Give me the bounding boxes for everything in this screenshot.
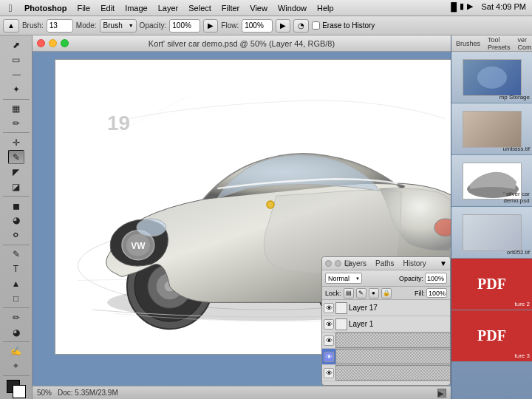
panel-item-5[interactable]: PDF ture 3 xyxy=(451,310,532,362)
menu-select[interactable]: Select xyxy=(183,2,216,14)
panel-thumb-3 xyxy=(463,214,522,251)
layers-tab-paths[interactable]: Paths xyxy=(371,259,399,268)
lasso-tool-btn[interactable]: ⸻ xyxy=(8,68,24,82)
menu-edit[interactable]: Edit xyxy=(95,2,120,14)
menu-filter[interactable]: Filter xyxy=(216,2,245,14)
blend-mode-dropdown[interactable]: Normal xyxy=(325,273,362,284)
panel-item-2[interactable]: ' silver cardemo.psd xyxy=(451,155,532,207)
crop-tool-btn[interactable]: ▦ xyxy=(8,102,24,116)
system-icons: █ ▮ ▶ xyxy=(451,1,473,11)
lock-all-btn[interactable]: 🔒 xyxy=(381,288,392,299)
lock-image-btn[interactable]: ✎ xyxy=(356,288,366,299)
battery-icon: ▮ xyxy=(460,1,464,11)
layer-row-0[interactable]: 👁 Layer 17 xyxy=(322,300,450,316)
mode-dropdown[interactable]: Brush xyxy=(100,19,137,33)
layer-row-4[interactable]: 👁 Layer 43 xyxy=(322,365,450,381)
brushes-bar: Brushes Tool Presets ver Comps xyxy=(451,35,532,52)
gradient-tool-btn[interactable]: ◼ xyxy=(8,199,24,213)
minimize-button[interactable] xyxy=(49,39,57,47)
ps-main: ⬈ ▭ ⸻ ✦ ▦ ✏ ✛ ✎ ◤ ◪ ◼ ◕ ⭘ ✎ T ▲ □ ✏ ◕ ✍ … xyxy=(0,35,532,399)
clone-tool-btn[interactable]: ◤ xyxy=(8,165,24,179)
tool-divider-2 xyxy=(3,132,30,133)
pdf-icon-4: PDF xyxy=(477,276,506,293)
wifi-icon: █ xyxy=(451,2,457,11)
panel-item-0[interactable]: mp Storage xyxy=(451,52,532,103)
menu-layer[interactable]: Layer xyxy=(153,2,184,14)
apple-menu[interactable]:  xyxy=(3,0,18,16)
progress-arrow[interactable]: ▶ xyxy=(437,389,446,398)
flow-input[interactable]: 100% xyxy=(242,19,273,33)
flow-label: Flow: xyxy=(221,21,239,30)
erase-history-input[interactable] xyxy=(312,21,320,30)
path-selection-btn[interactable]: ▲ xyxy=(8,277,24,291)
type-tool-btn[interactable]: T xyxy=(8,262,24,276)
dodge-tool-btn[interactable]: ⭘ xyxy=(8,228,24,242)
layer-thumb-1 xyxy=(335,318,347,330)
maximize-button[interactable] xyxy=(61,39,69,47)
menu-view[interactable]: View xyxy=(245,2,273,14)
erase-history-checkbox[interactable]: Erase to History xyxy=(312,21,375,30)
flow-arrow-btn[interactable]: ▶ xyxy=(276,19,290,33)
layer-eye-2[interactable]: 👁 xyxy=(324,335,334,346)
pen-tool-btn[interactable]: ✎ xyxy=(8,248,24,262)
airbrush-btn[interactable]: ◔ xyxy=(293,19,309,33)
canvas-titlebar: Kort' silver car demo.psd @ 50% (Layer 4… xyxy=(33,35,451,52)
background-color[interactable] xyxy=(13,385,26,398)
layer-eye-0[interactable]: 👁 xyxy=(324,303,334,313)
tool-divider-1 xyxy=(3,99,30,100)
menu-photoshop[interactable]: Photoshop xyxy=(19,2,72,14)
comp-tab[interactable]: ver Comps xyxy=(516,35,532,52)
panel-item-3[interactable]: ort052.tif xyxy=(451,207,532,259)
eraser-tool-btn[interactable]: ◪ xyxy=(8,180,24,194)
menu-window[interactable]: Window xyxy=(273,2,312,14)
brush-size-input[interactable]: 13 xyxy=(47,19,73,33)
hand-tool-btn[interactable]: ✍ xyxy=(8,344,24,358)
layer-eye-4[interactable]: 👁 xyxy=(324,368,334,378)
volume-icon: ▶ xyxy=(467,1,473,11)
panel-item-1[interactable]: umbass.tif xyxy=(451,103,532,155)
tool-presets-tab[interactable]: Tool Presets xyxy=(485,35,513,52)
tool-divider-4 xyxy=(3,245,30,245)
layers-close-btn[interactable] xyxy=(325,260,332,267)
lock-position-btn[interactable]: ● xyxy=(369,288,379,299)
brush-preset-btn[interactable]: ▲ xyxy=(3,19,19,33)
brush-tool-btn[interactable]: ✎ xyxy=(8,150,24,164)
layer-eye-3[interactable]: 👁 xyxy=(324,352,334,362)
shape-tool-btn[interactable]: □ xyxy=(8,291,24,305)
layer-name-1: Layer 1 xyxy=(349,320,449,328)
notes-tool-btn[interactable]: ✏ xyxy=(8,310,24,324)
color-swatches[interactable] xyxy=(5,380,27,396)
healing-brush-btn[interactable]: ✛ xyxy=(8,135,24,149)
menu-image[interactable]: Image xyxy=(120,2,153,14)
panel-item-4[interactable]: PDF ture 2 xyxy=(451,259,532,310)
opacity-input[interactable]: 100% xyxy=(169,19,200,33)
menu-file[interactable]: File xyxy=(72,2,95,14)
layers-expand-btn[interactable]: ▼ xyxy=(440,259,447,267)
fill-value[interactable]: 100% xyxy=(426,288,447,298)
opacity-arrow-btn[interactable]: ▶ xyxy=(203,19,218,33)
layers-tab-layers[interactable]: Layers xyxy=(340,259,371,268)
opacity-value[interactable]: 100% xyxy=(425,273,447,284)
blur-tool-btn[interactable]: ◕ xyxy=(8,214,24,228)
slice-tool-btn[interactable]: ✏ xyxy=(8,116,24,130)
move-tool-btn[interactable]: ⬈ xyxy=(8,38,24,52)
right-panel: Brushes Tool Presets ver Comps mp Storag… xyxy=(451,35,532,399)
lock-transparent-btn[interactable]: ▤ xyxy=(344,288,354,299)
layers-tabs: Layers Paths History xyxy=(340,259,431,268)
magic-wand-btn[interactable]: ✦ xyxy=(8,83,24,97)
close-button[interactable] xyxy=(37,39,45,47)
brushes-tab[interactable]: Brushes xyxy=(454,39,482,48)
zoom-tool-btn[interactable]: ⌖ xyxy=(8,359,24,373)
layers-tab-history[interactable]: History xyxy=(399,259,431,268)
system-clock: Sat 4:09 PM xyxy=(481,2,526,11)
layer-row-3[interactable]: 👁 Layer 44 xyxy=(322,349,450,365)
svg-text:19: 19 xyxy=(107,112,130,134)
layer-row-1[interactable]: 👁 Layer 1 xyxy=(322,316,450,332)
marquee-tool-btn[interactable]: ▭ xyxy=(8,53,24,67)
eyedropper-btn[interactable]: ◕ xyxy=(8,325,24,339)
layer-row-2[interactable]: 👁 Layer 42 xyxy=(322,332,450,349)
layer-thumb-2 xyxy=(335,332,451,348)
erase-history-label: Erase to History xyxy=(322,21,375,30)
menu-help[interactable]: Help xyxy=(312,2,339,14)
layer-eye-1[interactable]: 👁 xyxy=(324,319,334,330)
